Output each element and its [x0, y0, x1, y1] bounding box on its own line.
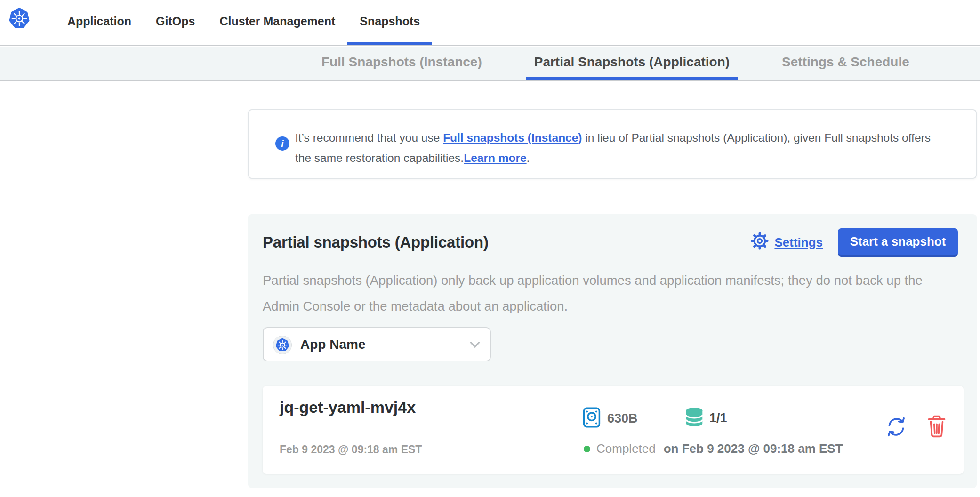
status-finished-timestamp: on Feb 9 2023 @ 09:18 am EST	[664, 441, 843, 456]
status-dot-icon	[584, 446, 590, 452]
nav-item-snapshots[interactable]: Snapshots	[347, 0, 432, 45]
app-kubernetes-icon	[273, 336, 292, 354]
snapshot-size-value: 630B	[607, 411, 638, 426]
settings-link-label: Settings	[774, 235, 823, 250]
nav-item-cluster-management[interactable]: Cluster Management	[207, 0, 347, 45]
top-navigation: Application GitOps Cluster Management Sn…	[0, 0, 980, 46]
learn-more-link[interactable]: Learn more	[464, 152, 526, 164]
snapshot-name: jq-get-yaml-mvj4x	[280, 398, 416, 417]
kubernetes-logo-icon[interactable]	[8, 8, 30, 29]
tab-partial-snapshots-application[interactable]: Partial Snapshots (Application)	[526, 47, 738, 80]
partial-snapshots-panel: Partial snapshots (Application)	[248, 214, 977, 488]
page-title: Partial snapshots (Application)	[263, 233, 750, 251]
snapshot-row: jq-get-yaml-mvj4x Feb 9 2023 @ 09:18 am …	[263, 386, 964, 474]
full-snapshots-instance-link[interactable]: Full snapshots (Instance)	[443, 131, 582, 144]
status-label: Completed	[596, 441, 656, 456]
tab-full-snapshots-instance[interactable]: Full Snapshots (Instance)	[313, 47, 490, 80]
app-selector-value: App Name	[300, 328, 365, 361]
selector-divider	[460, 334, 460, 354]
restore-snapshot-button[interactable]	[884, 415, 908, 439]
page: Application GitOps Cluster Management Sn…	[0, 0, 980, 497]
settings-link[interactable]: Settings	[750, 231, 823, 254]
info-banner: i It’s recommend that you use Full snaps…	[248, 109, 977, 179]
main-nav: Application GitOps Cluster Management Sn…	[55, 0, 432, 45]
tab-settings-schedule[interactable]: Settings & Schedule	[773, 47, 918, 80]
info-icon: i	[275, 136, 289, 151]
snapshot-created-timestamp: Feb 9 2023 @ 09:18 am EST	[280, 443, 422, 456]
info-banner-text: It’s recommend that you use Full snapsho…	[295, 128, 948, 168]
app-name-selector[interactable]: App Name	[263, 327, 491, 361]
nav-item-gitops[interactable]: GitOps	[144, 0, 207, 45]
snapshot-status: Completed on Feb 9 2023 @ 09:18 am EST	[584, 441, 843, 456]
info-text-after: .	[527, 152, 530, 164]
nav-item-application[interactable]: Application	[55, 0, 144, 45]
panel-header: Partial snapshots (Application)	[263, 228, 958, 257]
gear-icon	[750, 231, 770, 254]
snapshot-volumes-value: 1/1	[709, 411, 727, 425]
start-snapshot-button[interactable]: Start a snapshot	[838, 228, 958, 257]
snapshots-tabs: Full Snapshots (Instance) Partial Snapsh…	[313, 47, 918, 80]
snapshot-size-group: 630B	[583, 407, 638, 430]
chevron-down-icon	[467, 337, 483, 353]
snapshots-tab-bar: Full Snapshots (Instance) Partial Snapsh…	[0, 47, 980, 81]
database-icon	[685, 407, 704, 429]
panel-description: Partial snapshots (Application) only bac…	[263, 267, 955, 319]
snapshot-volumes-group: 1/1	[685, 407, 727, 429]
delete-snapshot-button[interactable]	[925, 415, 948, 439]
snapshot-actions	[884, 415, 948, 439]
disk-icon	[583, 407, 601, 430]
info-text-before: It’s recommend that you use	[295, 131, 443, 144]
